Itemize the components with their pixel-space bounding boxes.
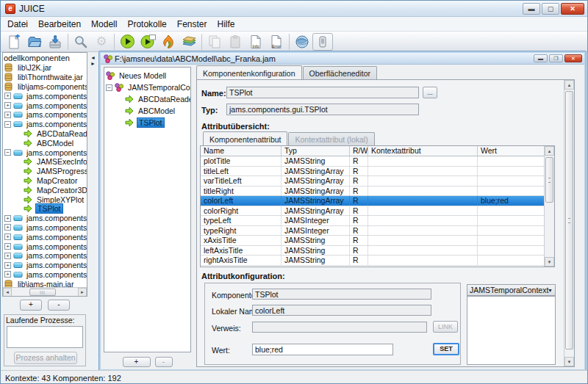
komponente-field[interactable] bbox=[252, 289, 431, 300]
component-tree-item-jamsexecinfo[interactable]: JAMSExecInfo bbox=[3, 157, 87, 167]
frame-splitter[interactable] bbox=[192, 67, 196, 352]
scroll-up-arrow[interactable]: ▲ bbox=[545, 146, 554, 156]
open-model-button[interactable] bbox=[24, 33, 45, 51]
table-row-typeright[interactable]: typeRightJAMSIntegerR bbox=[201, 226, 554, 236]
menu-protokolle[interactable]: Protokolle bbox=[122, 18, 171, 31]
component-name-field[interactable] bbox=[226, 87, 419, 98]
device-button[interactable] bbox=[312, 33, 333, 51]
component-tree-item-jams-components-optimiz[interactable]: +jams.components.optimiz bbox=[3, 251, 87, 261]
save-model-button[interactable] bbox=[45, 33, 65, 51]
model-tree-item-jamstemporalcontext[interactable]: −JAMSTemporalContext bbox=[104, 81, 190, 93]
table-row-colorright[interactable]: colorRightJAMSStringArrayR bbox=[201, 206, 554, 217]
column-header-typ[interactable]: Typ bbox=[282, 146, 350, 156]
expand-handle-icon[interactable]: + bbox=[4, 243, 11, 250]
component-tree-item-lib-jams-components-jar[interactable]: lib\jams-components.jar bbox=[3, 82, 87, 92]
frame-restore-button[interactable]: ❐ bbox=[549, 54, 563, 62]
web-button[interactable] bbox=[292, 33, 312, 51]
expand-handle-icon[interactable]: + bbox=[4, 102, 11, 109]
component-tree-item-jamsprogress[interactable]: JAMSProgress bbox=[3, 167, 87, 176]
component-tree-item-jams-components-machin[interactable]: +jams.components.machin bbox=[3, 232, 87, 242]
running-processes-list[interactable] bbox=[7, 326, 83, 348]
table-row-colorleft[interactable]: colorLeftJAMSStringArrayRblue;red bbox=[201, 196, 554, 206]
component-tree-item-jams-components-optimiz[interactable]: +jams.components.optimiz bbox=[3, 242, 87, 251]
table-row-plottitle[interactable]: plotTitleJAMSStringR bbox=[201, 156, 554, 167]
lokaler-name-field[interactable] bbox=[252, 305, 431, 316]
expand-handle-icon[interactable]: + bbox=[4, 93, 11, 99]
component-tree-item-lib-thornthwaite-jar[interactable]: lib\Thornthwaite.jar bbox=[3, 73, 87, 82]
expand-handle-icon[interactable]: + bbox=[4, 112, 11, 118]
menu-hilfe[interactable]: Hilfe bbox=[212, 18, 240, 31]
column-header-r-w[interactable]: R/W bbox=[350, 146, 368, 156]
run-model-button[interactable] bbox=[117, 33, 137, 51]
add-library-button[interactable]: + bbox=[20, 300, 42, 311]
expand-handle-icon[interactable]: + bbox=[4, 233, 11, 240]
model-tree-item-abcmodel[interactable]: ABCModel bbox=[104, 105, 190, 117]
error-log-button[interactable]: Error bbox=[266, 33, 287, 51]
hscroll-thumb[interactable]: ||| bbox=[29, 289, 56, 296]
expand-handle-icon[interactable]: + bbox=[4, 262, 11, 269]
settings-button[interactable]: ⚙ bbox=[91, 33, 112, 51]
collapse-right-icon[interactable]: ► bbox=[88, 61, 98, 67]
tab-kontextattribut-lokal[interactable]: Kontextattribut (lokal) bbox=[288, 132, 374, 145]
component-tree-item-jams-components-demo[interactable]: −jams.components.demo.. bbox=[3, 120, 87, 129]
context-selector[interactable]: JAMSTemporalContext ▼ bbox=[467, 284, 556, 296]
copy-button[interactable] bbox=[204, 33, 225, 51]
component-tree-item-lib-j2k-jar[interactable]: lib\J2K.jar bbox=[3, 63, 87, 73]
collapse-handle-icon[interactable]: − bbox=[4, 121, 11, 128]
info-log-button[interactable]: Info bbox=[245, 33, 266, 51]
table-vscroll-thumb[interactable] bbox=[545, 157, 553, 203]
new-model-button[interactable] bbox=[4, 33, 24, 51]
run-model-gui-button[interactable] bbox=[137, 33, 158, 51]
wert-field[interactable] bbox=[252, 344, 393, 355]
model-3d-button[interactable] bbox=[158, 33, 179, 51]
scroll-down-arrow[interactable]: ▼ bbox=[564, 357, 574, 366]
collapse-handle-icon[interactable]: − bbox=[106, 84, 112, 91]
set-button[interactable]: SET bbox=[433, 343, 459, 355]
column-header-name[interactable]: Name bbox=[201, 146, 282, 156]
tab-oberflaecheneditor[interactable]: Oberflächeneditor bbox=[303, 66, 377, 79]
table-row-titleright[interactable]: titleRightJAMSStringArrayR bbox=[201, 186, 554, 197]
link-button[interactable]: LINK bbox=[433, 321, 458, 333]
scroll-up-arrow[interactable]: ▲ bbox=[564, 80, 574, 90]
menu-bearbeiten[interactable]: Bearbeiten bbox=[33, 18, 86, 31]
component-tree-item-jams-components-conditi[interactable]: +jams.components.conditi bbox=[3, 101, 87, 110]
close-button[interactable]: ✕ bbox=[561, 3, 584, 15]
model-tree-item-abcdatareader[interactable]: ABCDataReader bbox=[104, 93, 190, 105]
column-header-kontextattribut[interactable]: Kontextattribut bbox=[368, 146, 478, 156]
expand-handle-icon[interactable]: + bbox=[4, 215, 11, 222]
menu-fenster[interactable]: Fenster bbox=[172, 18, 212, 31]
menu-datei[interactable]: Datei bbox=[2, 18, 33, 31]
model-tree-item-neues-modell[interactable]: Neues Modell bbox=[104, 70, 190, 81]
column-header-wert[interactable]: Wert bbox=[478, 146, 544, 156]
frame-minimize-button[interactable]: ▬ bbox=[534, 54, 548, 62]
menu-modell[interactable]: Modell bbox=[86, 18, 122, 31]
expand-handle-icon[interactable]: + bbox=[4, 224, 11, 231]
component-tree-item-mapcreator[interactable]: MapCreator bbox=[3, 176, 87, 186]
context-attribute-list[interactable] bbox=[467, 296, 556, 365]
minimize-button[interactable]: ▬ bbox=[523, 3, 540, 15]
table-row-typeleft[interactable]: typeLeftJAMSIntegerR bbox=[201, 216, 554, 226]
component-tree-item-abcdatareader[interactable]: ABCDataReader bbox=[3, 129, 87, 139]
component-tree-item-mapcreator3d[interactable]: MapCreator3D bbox=[3, 185, 87, 195]
component-tree-item-jams-components-regiona[interactable]: +jams.components.regiona bbox=[3, 261, 87, 270]
frame-close-button[interactable]: ✕ bbox=[564, 54, 582, 62]
main-splitter[interactable]: ◄ ► bbox=[88, 52, 98, 370]
tab-komponentenkonfiguration[interactable]: Komponentenkonfiguration bbox=[196, 65, 302, 79]
table-row-vartitleleft[interactable]: varTitleLeftJAMSStringArrayR bbox=[201, 176, 554, 186]
paste-button[interactable] bbox=[225, 33, 245, 51]
search-button[interactable] bbox=[71, 33, 91, 51]
component-tree-item-jams-components-gui-spr[interactable]: +jams.components.gui.spr bbox=[3, 214, 87, 223]
maximize-button[interactable]: ▢ bbox=[542, 3, 559, 15]
component-tree-item-jams-components-io[interactable]: +jams.components.io bbox=[3, 223, 87, 233]
verweis-field[interactable] bbox=[252, 322, 427, 333]
config-vscroll-thumb[interactable] bbox=[565, 91, 573, 349]
table-row-titleleft[interactable]: titleLeftJAMSStringArrayR bbox=[201, 167, 554, 177]
component-type-field[interactable] bbox=[226, 104, 419, 115]
table-row-leftaxistitle[interactable]: leftAxisTitleJAMSStringR bbox=[201, 246, 554, 256]
remove-library-button[interactable]: - bbox=[48, 300, 70, 311]
tab-komponentenattribut[interactable]: Komponentenattribut bbox=[203, 131, 287, 145]
table-row-xaxistitle[interactable]: xAxisTitleJAMSStringR bbox=[201, 236, 554, 246]
collapse-handle-icon[interactable]: − bbox=[4, 149, 11, 156]
scroll-left-arrow[interactable]: ◄ bbox=[3, 288, 12, 297]
scroll-down-arrow[interactable]: ▼ bbox=[545, 257, 554, 267]
